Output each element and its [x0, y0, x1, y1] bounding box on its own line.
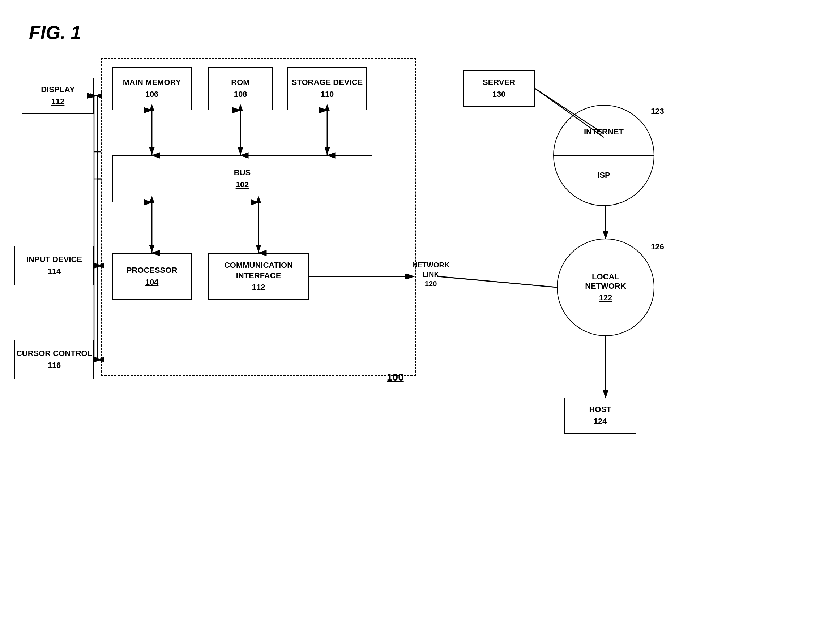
- svg-line-48: [439, 276, 556, 287]
- server-box: SERVER 130: [463, 71, 535, 107]
- host-box: HOST 124: [564, 398, 636, 434]
- figure-label: FIG. 1: [29, 22, 81, 43]
- network-link-label: NETWORK LINK 120: [412, 260, 449, 288]
- main-memory-box: MAIN MEMORY 106: [112, 67, 191, 110]
- input-device-box: INPUT DEVICE 114: [14, 246, 94, 286]
- display-box: DISPLAY 112: [22, 78, 94, 114]
- bus-box: BUS 102: [112, 156, 372, 202]
- svg-line-21: [437, 276, 557, 287]
- local-network-circle: LOCALNETWORK 122: [557, 239, 654, 336]
- local-network-ref-number: 126: [651, 242, 664, 252]
- rom-box: ROM 108: [208, 67, 273, 110]
- processor-box: PROCESSOR 104: [112, 253, 191, 300]
- internet-number: 123: [651, 107, 664, 116]
- system-number: 100: [387, 371, 404, 383]
- cursor-control-box: CURSOR CONTROL 116: [14, 340, 94, 379]
- internet-circle: INTERNET ISP: [553, 105, 654, 206]
- comm-interface-box: COMMUNICATION INTERFACE 112: [208, 253, 309, 300]
- storage-device-box: STORAGE DEVICE 110: [288, 67, 367, 110]
